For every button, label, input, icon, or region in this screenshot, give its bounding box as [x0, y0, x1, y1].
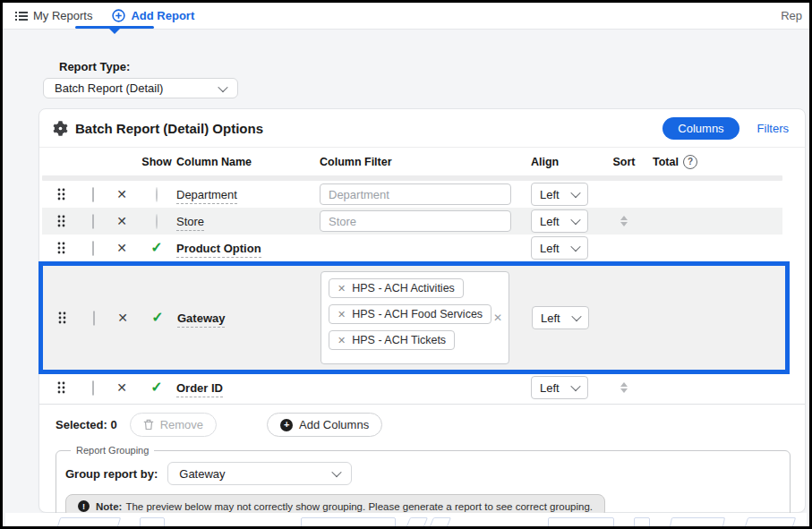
- row-checkbox[interactable]: [92, 214, 94, 229]
- add-columns-button-label: Add Columns: [299, 418, 369, 431]
- tag-remove-icon[interactable]: ✕: [338, 310, 346, 320]
- group-report-by-value: Gateway: [179, 467, 225, 481]
- column-name: Store: [176, 215, 204, 231]
- show-check-icon[interactable]: ✓: [151, 310, 163, 325]
- row-checkbox[interactable]: [92, 187, 94, 202]
- align-select[interactable]: Left: [532, 306, 589, 329]
- group-report-by-label: Group report by:: [65, 467, 158, 481]
- tab-my-reports-label: My Reports: [33, 9, 92, 22]
- show-circle-icon[interactable]: [156, 187, 158, 202]
- tab-add-report[interactable]: Add Report: [112, 9, 194, 22]
- drag-handle-icon[interactable]: [57, 215, 65, 227]
- plus-circle-icon: +: [280, 419, 293, 431]
- note-text: The preview below may not correctly show…: [125, 501, 593, 512]
- plus-circle-icon: [112, 9, 125, 22]
- header-column-name: Column Name: [176, 156, 320, 168]
- header-align: Align: [531, 156, 595, 168]
- report-grouping-legend: Report Grouping: [71, 445, 154, 456]
- delete-row-icon[interactable]: ✕: [116, 187, 127, 201]
- active-tab-pointer: [109, 29, 120, 34]
- tag-remove-icon[interactable]: ✕: [338, 284, 346, 294]
- column-filter-multiselect[interactable]: ✕HPS - ACH Activities✕HPS - ACH Food Ser…: [321, 271, 509, 364]
- filter-tag: ✕HPS - ACH Food Services: [329, 304, 491, 324]
- chevron-down-icon: [571, 311, 581, 321]
- note-label: Note:: [96, 501, 122, 512]
- delete-row-icon[interactable]: ✕: [117, 311, 128, 325]
- tab-add-report-label: Add Report: [131, 9, 194, 22]
- delete-row-icon[interactable]: ✕: [116, 214, 127, 228]
- question-circle-icon[interactable]: ?: [683, 155, 697, 169]
- header-show: Show: [141, 156, 171, 168]
- sort-icon[interactable]: [620, 382, 628, 393]
- trash-icon: [143, 419, 154, 431]
- tag-remove-icon[interactable]: ✕: [338, 336, 346, 346]
- align-select[interactable]: Left: [531, 183, 588, 206]
- table-rows: ✕DepartmentLeft✕StoreLeft✕✓Product Optio…: [39, 181, 805, 401]
- report-type-select[interactable]: Batch Report (Detail): [43, 78, 238, 98]
- align-select-value: Left: [540, 188, 560, 201]
- chevron-down-icon: [218, 81, 227, 91]
- chevron-down-icon: [570, 242, 580, 252]
- show-circle-icon[interactable]: [156, 214, 158, 229]
- filters-link[interactable]: Filters: [757, 122, 789, 135]
- table-header: Show Column Name Column Filter Align Sor…: [42, 148, 782, 175]
- table-row: ✕✓Order IDLeft: [42, 374, 782, 401]
- columns-button[interactable]: Columns: [662, 117, 739, 140]
- gear-icon: [53, 121, 68, 136]
- chevron-down-icon: [332, 467, 342, 477]
- panel-title: Batch Report (Detail) Options: [75, 121, 263, 136]
- remove-button-label: Remove: [160, 418, 203, 431]
- header-column-filter: Column Filter: [320, 156, 531, 168]
- row-checkbox[interactable]: [92, 241, 94, 256]
- header-sort: Sort: [613, 156, 636, 168]
- selected-count: 0: [110, 418, 116, 431]
- drag-handle-icon[interactable]: [57, 381, 65, 394]
- remove-button[interactable]: Remove: [130, 413, 217, 437]
- delete-row-icon[interactable]: ✕: [116, 380, 127, 395]
- table-row: ✕✓Product OptionLeft: [42, 235, 782, 261]
- clear-all-icon[interactable]: ✕: [493, 311, 502, 324]
- row-checkbox[interactable]: [93, 311, 95, 326]
- column-filter-input[interactable]: [320, 183, 511, 205]
- filter-tag: ✕HPS - ACH Activities: [329, 278, 464, 298]
- filter-tag-label: HPS - ACH Tickets: [352, 334, 446, 346]
- sort-icon[interactable]: [620, 216, 628, 226]
- filter-tag-label: HPS - ACH Food Services: [352, 308, 483, 320]
- drag-handle-icon[interactable]: [57, 188, 65, 201]
- column-name: Product Option: [176, 242, 261, 258]
- delete-row-icon[interactable]: ✕: [116, 241, 127, 255]
- panel-header: Batch Report (Detail) Options Columns Fi…: [39, 109, 805, 148]
- add-columns-button[interactable]: + Add Columns: [267, 413, 382, 437]
- chevron-down-icon: [570, 215, 580, 225]
- drag-handle-icon[interactable]: [58, 311, 66, 324]
- align-select[interactable]: Left: [531, 236, 588, 260]
- filter-tag-label: HPS - ACH Activities: [352, 282, 455, 294]
- row-checkbox[interactable]: [92, 380, 94, 396]
- group-report-by-select[interactable]: Gateway: [167, 462, 352, 485]
- table-row: ✕StoreLeft: [42, 208, 782, 235]
- info-icon: !: [78, 500, 90, 512]
- chevron-down-icon: [570, 381, 580, 391]
- column-name: Department: [176, 188, 237, 204]
- column-name: Gateway: [177, 311, 225, 328]
- selected-label: Selected:: [56, 418, 107, 431]
- show-check-icon[interactable]: ✓: [150, 380, 162, 395]
- options-panel: Batch Report (Detail) Options Columns Fi…: [38, 108, 806, 513]
- table-row: ✕✓Gateway✕HPS - ACH Activities✕HPS - ACH…: [38, 261, 790, 374]
- tab-my-reports[interactable]: My Reports: [15, 9, 92, 22]
- chevron-down-icon: [570, 188, 580, 198]
- selection-toolbar: Selected: 0 Remove + Add Columns: [39, 405, 805, 444]
- top-tab-bar: My Reports Add Report Rep: [3, 3, 809, 30]
- show-check-icon[interactable]: ✓: [150, 240, 162, 255]
- header-total: Total: [653, 156, 679, 168]
- list-icon: [15, 11, 28, 21]
- filter-tag: ✕HPS - ACH Tickets: [329, 330, 455, 350]
- column-name: Order ID: [176, 381, 223, 397]
- report-type-label: Report Type:: [59, 60, 130, 73]
- drag-handle-icon[interactable]: [57, 242, 65, 254]
- align-select[interactable]: Left: [531, 209, 588, 233]
- align-select-value: Left: [541, 311, 560, 325]
- align-select[interactable]: Left: [531, 376, 588, 399]
- column-filter-input[interactable]: [320, 210, 511, 232]
- align-select-value: Left: [540, 242, 560, 255]
